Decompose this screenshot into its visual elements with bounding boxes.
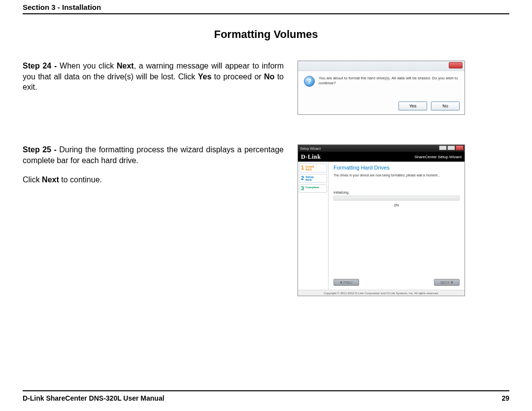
step-25-row: Step 25 - During the formatting process … <box>23 144 509 296</box>
prev-label: PREV <box>343 281 353 284</box>
wizard-window-title: Setup Wizard <box>300 147 321 150</box>
sidebar-step-1-num: 1 <box>301 165 304 171</box>
step-25-click2: to continue. <box>59 175 102 184</box>
yes-button[interactable]: Yes <box>399 102 427 110</box>
close-icon[interactable] <box>449 62 463 68</box>
progress-label: Initializing <box>333 191 460 194</box>
step-25-click1: Click <box>23 175 42 184</box>
wizard-screenshot: Setup Wizard D-Link ShareCenter Setup Wi… <box>298 144 465 296</box>
sidebar-step-setup: 2 SetupNAS <box>299 174 327 183</box>
section-header: Section 3 - Installation <box>23 0 509 14</box>
wizard-heading: Formatting Hard Drives <box>333 165 460 171</box>
step-24-t3: to proceed or <box>211 72 264 81</box>
page-title: Formatting Volumes <box>23 28 509 41</box>
sidebar-step-2-num: 2 <box>301 175 304 181</box>
step-25-body: During the formatting process the wizard… <box>23 145 284 165</box>
progress-bar <box>333 196 460 201</box>
chevron-left-icon <box>340 281 342 284</box>
wizard-sidebar: 1 InstallNAS 2 SetupNAS 3 Complete <box>298 162 329 290</box>
wizard-window-titlebar: Setup Wizard <box>298 145 465 152</box>
dlink-logo: D-Link <box>301 153 321 161</box>
sidebar-step-3a: Complete <box>305 186 319 191</box>
next-button[interactable]: NEXT <box>434 279 460 286</box>
minimize-icon[interactable] <box>439 145 447 150</box>
step-24-b2: Yes <box>198 72 212 81</box>
wizard-content: Formatting Hard Drives The drives in you… <box>329 162 465 290</box>
chevron-right-icon <box>451 281 453 284</box>
sidebar-step-install: 1 InstallNAS <box>299 164 327 172</box>
step-24-b3: No <box>264 72 274 81</box>
page-number: 29 <box>501 394 509 402</box>
sidebar-step-2b: NAS <box>305 178 312 181</box>
next-label: NEXT <box>440 281 450 284</box>
step-24-row: Step 24 - When you click Next, a warning… <box>23 61 509 115</box>
sidebar-step-3-num: 3 <box>301 186 304 191</box>
confirm-dialog-screenshot: ? You are about to format the hard drive… <box>298 61 465 115</box>
step-24-t1: When you click <box>60 62 117 70</box>
close-icon[interactable] <box>456 145 464 150</box>
footer-title: D-Link ShareCenter DNS-320L User Manual <box>23 394 165 402</box>
sidebar-step-complete: 3 Complete <box>299 184 327 193</box>
question-icon: ? <box>304 76 315 87</box>
step-25-label: Step 25 - <box>23 145 59 154</box>
wizard-subtext: The drives in your device are now being … <box>333 173 460 177</box>
wizard-brand-bar: D-Link ShareCenter Setup Wizard <box>298 152 465 162</box>
prev-button[interactable]: PREV <box>333 279 359 286</box>
step-24-label: Step 24 - <box>23 62 60 70</box>
progress-percent: 0% <box>333 204 460 207</box>
dialog-titlebar <box>298 61 465 71</box>
wizard-copyright: Copyright © 2011-2012 D-Link Corporation… <box>298 290 465 296</box>
step-25-text: Step 25 - During the formatting process … <box>23 144 284 185</box>
page-footer: D-Link ShareCenter DNS-320L User Manual … <box>23 390 509 402</box>
wizard-brand-right: ShareCenter Setup Wizard <box>414 155 462 159</box>
no-button[interactable]: No <box>431 102 460 110</box>
step-24-text: Step 24 - When you click Next, a warning… <box>23 61 284 93</box>
step-25-b1: Next <box>42 175 59 184</box>
maximize-icon[interactable] <box>447 145 455 150</box>
dialog-message: You are about to format the hard drive(s… <box>319 76 459 87</box>
step-24-b1: Next <box>117 62 134 70</box>
sidebar-step-1b: NAS <box>305 168 312 171</box>
